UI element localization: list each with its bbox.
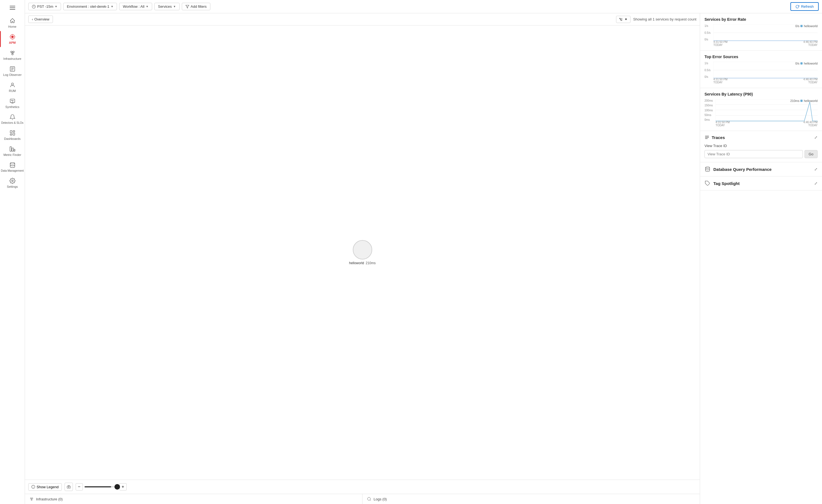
sidebar-item-label: Dashboards	[4, 137, 20, 140]
services-by-error-rate-title: Services by Error Rate	[705, 17, 818, 22]
svg-point-30	[12, 180, 13, 182]
svg-rect-1	[10, 7, 15, 8]
expand-icon[interactable]: ⤢	[814, 135, 818, 140]
sidebar-item-detectors-slos[interactable]: Detectors & SLOs	[0, 111, 25, 127]
showing-text: Showing all 1 services by request count	[633, 17, 697, 21]
screenshot-button[interactable]	[65, 483, 73, 491]
expand-icon[interactable]: ⤢	[814, 167, 818, 171]
traces-header: Traces ⤢	[705, 135, 818, 140]
trace-id-row: Go	[705, 150, 818, 158]
svg-point-9	[11, 51, 12, 53]
sidebar: Home APM Infrastructure	[0, 0, 25, 504]
svg-rect-23	[13, 131, 14, 132]
infrastructure-icon	[29, 497, 34, 501]
database-icon	[705, 166, 711, 172]
refresh-button[interactable]: Refresh	[790, 2, 819, 11]
sidebar-item-infrastructure[interactable]: Infrastructure	[0, 47, 25, 63]
sidebar-item-synthetics[interactable]: Synthetics	[0, 95, 25, 111]
sidebar-item-settings[interactable]: Settings	[0, 175, 25, 191]
service-latency: 210ms	[366, 261, 376, 265]
top-error-sources-chart: 0/s helloworld 1/s 0.5/s 0/s	[705, 62, 818, 84]
infrastructure-tab[interactable]: Infrastructure (0)	[25, 494, 363, 504]
svg-rect-2	[10, 9, 15, 10]
overview-label: Overview	[34, 17, 49, 21]
sliders-icon	[619, 17, 623, 21]
svg-point-11	[12, 53, 13, 55]
svg-point-10	[12, 51, 14, 53]
logs-tab[interactable]: Logs (0)	[363, 494, 700, 504]
top-error-sources-chart-svg	[713, 62, 818, 78]
filter-icon	[185, 5, 189, 9]
topbar: PST -15m ▼ Environment : otel-derek-1 ▼ …	[25, 0, 822, 13]
services-by-latency-chart: 210ms helloworld 200ms 150ms 100ms 50ms …	[705, 99, 818, 127]
right-panel: Services by Error Rate 0/s helloworld 1/…	[700, 13, 822, 504]
zoom-out-button[interactable]: −	[76, 483, 83, 490]
time-filter-button[interactable]: PST -15m ▼	[28, 3, 61, 10]
database-query-section[interactable]: Database Query Performance ⤢	[700, 162, 822, 176]
zoom-slider-thumb[interactable]	[114, 484, 120, 490]
services-by-latency-title: Services By Latency (P90)	[705, 92, 818, 96]
add-filters-button[interactable]: Add filters	[182, 3, 211, 10]
clock-icon	[32, 5, 36, 9]
zoom-in-button[interactable]: +	[119, 483, 127, 490]
svg-rect-26	[10, 147, 11, 151]
latency-chart-svg	[716, 99, 818, 121]
traces-title: Traces	[705, 135, 725, 140]
environment-filter-button[interactable]: Environment : otel-derek-1 ▼	[63, 3, 117, 10]
workflow-filter-label: Workflow : All	[123, 4, 144, 9]
svg-rect-25	[10, 134, 12, 135]
sidebar-item-dashboards[interactable]: Dashboards	[0, 127, 25, 143]
y-axis-labels: 200ms 150ms 100ms 50ms 0ms	[705, 99, 715, 121]
overview-button[interactable]: ‹ Overview	[28, 16, 53, 23]
sidebar-item-label: Home	[8, 25, 16, 28]
sidebar-item-home[interactable]: Home	[0, 15, 25, 31]
svg-line-50	[370, 500, 371, 501]
map-controls: Show Legend − +	[25, 480, 700, 494]
sidebar-item-label: Settings	[7, 185, 18, 188]
zoom-slider-fill	[84, 486, 111, 487]
tag-spotlight-section[interactable]: Tag Spotlight ⤢	[700, 176, 822, 191]
bottom-bar: Infrastructure (0) Logs (0)	[25, 494, 700, 504]
svg-line-48	[32, 499, 32, 499]
expand-icon[interactable]: ⤢	[814, 181, 818, 186]
chevron-down-icon: ▼	[625, 18, 628, 21]
zoom-slider[interactable]	[84, 486, 118, 487]
svg-point-37	[620, 19, 621, 19]
workflow-filter-button[interactable]: Workflow : All ▼	[119, 3, 152, 10]
refresh-label: Refresh	[801, 4, 814, 9]
content-area: ‹ Overview ▼	[25, 13, 822, 504]
services-filter-button[interactable]: Services ▼	[154, 3, 179, 10]
service-name: helloworld	[349, 261, 364, 265]
show-legend-label: Show Legend	[37, 485, 59, 489]
svg-rect-42	[67, 486, 70, 488]
sidebar-item-rum[interactable]: RUM	[0, 79, 25, 95]
go-button[interactable]: Go	[805, 150, 818, 158]
database-query-title: Database Query Performance	[705, 166, 772, 172]
map-filter-button[interactable]: ▼	[616, 16, 631, 23]
database-query-label: Database Query Performance	[713, 167, 772, 172]
svg-line-13	[12, 53, 14, 53]
sidebar-item-label: Log Observer	[3, 73, 22, 76]
svg-rect-28	[14, 149, 15, 151]
svg-point-46	[31, 499, 32, 500]
svg-rect-0	[10, 6, 15, 6]
x-axis-labels: 4:31:50 PM TODAY 4:46:40 PM TODAY	[713, 40, 818, 47]
svg-rect-27	[12, 148, 14, 151]
sidebar-item-label: APM	[9, 41, 16, 44]
service-node-helloworld[interactable]: helloworld 210ms	[349, 240, 376, 265]
infrastructure-label: Infrastructure (0)	[36, 497, 63, 501]
svg-point-29	[10, 163, 15, 164]
sidebar-item-apm[interactable]: APM	[0, 31, 25, 47]
sidebar-item-log-observer[interactable]: Log Observer	[0, 63, 25, 79]
show-legend-button[interactable]: Show Legend	[28, 483, 62, 491]
trace-id-input[interactable]	[705, 150, 803, 158]
error-rate-chart-svg	[713, 24, 818, 41]
services-by-error-rate-chart: 0/s helloworld 1/s 0.5/s 0/s	[705, 24, 818, 47]
sidebar-item-label: Data Management	[1, 169, 24, 172]
services-by-latency-section: Services By Latency (P90) 210ms hellowor…	[700, 88, 822, 131]
sidebar-item-data-management[interactable]: Data Management	[0, 159, 25, 175]
sidebar-item-metric-finder[interactable]: Metric Finder	[0, 143, 25, 159]
hamburger-menu[interactable]	[0, 3, 25, 15]
chevron-down-icon: ▼	[110, 5, 113, 8]
svg-point-43	[68, 487, 69, 488]
